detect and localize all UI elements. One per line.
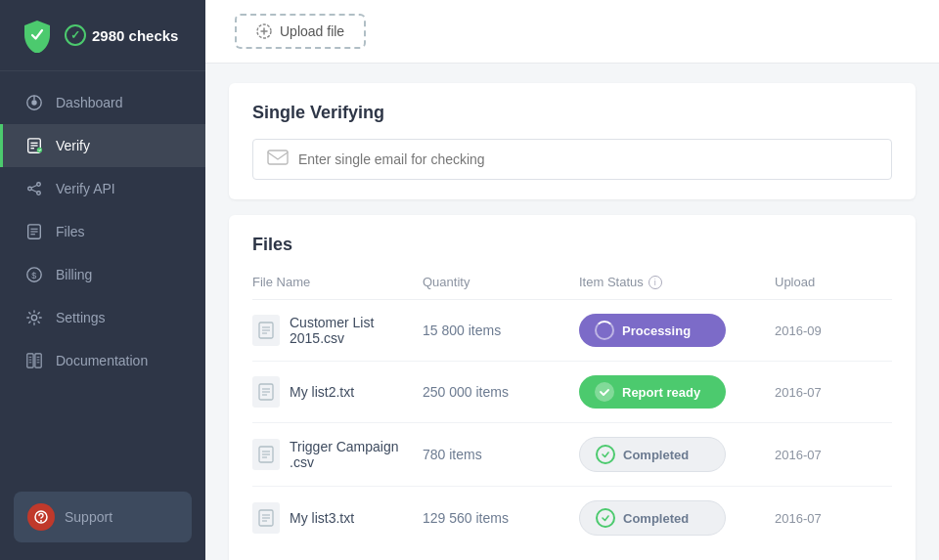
quantity-cell: 250 000 items xyxy=(423,384,579,400)
status-completed-badge: Completed xyxy=(579,437,726,472)
file-name-text: My list3.txt xyxy=(290,510,354,526)
file-name-cell: My list2.txt xyxy=(252,376,423,408)
status-cell: Completed xyxy=(579,500,775,536)
top-bar: Upload file xyxy=(205,0,939,64)
status-report-ready-badge: Report ready xyxy=(579,375,726,409)
dashboard-icon xyxy=(24,93,44,112)
docs-icon xyxy=(24,351,44,370)
upload-date-cell: 2016-07 xyxy=(775,511,892,526)
table-row: My list2.txt 250 000 items Report ready … xyxy=(252,362,892,423)
sidebar-item-dashboard[interactable]: Dashboard xyxy=(0,81,205,124)
table-header: File Name Quantity Item Status i Upload xyxy=(252,269,892,300)
files-label: Files xyxy=(56,224,85,239)
dashboard-label: Dashboard xyxy=(56,95,123,110)
svg-rect-33 xyxy=(268,151,288,164)
svg-rect-20 xyxy=(27,354,33,367)
api-icon xyxy=(24,179,44,198)
file-icon xyxy=(252,376,280,408)
file-name-text: Trigger Campaign .csv xyxy=(290,439,423,470)
quantity-cell: 780 items xyxy=(423,447,579,462)
verify-api-label: Verify API xyxy=(56,181,115,196)
files-section-title: Files xyxy=(252,235,892,255)
col-upload-date-header: Upload xyxy=(775,275,892,289)
quantity-cell: 15 800 items xyxy=(423,323,579,338)
sidebar-item-files[interactable]: Files xyxy=(0,210,205,253)
email-envelope-icon xyxy=(267,150,289,169)
file-name-cell: My list3.txt xyxy=(252,502,423,534)
support-button[interactable]: Support xyxy=(14,492,192,542)
sidebar-item-documentation[interactable]: Documentation xyxy=(0,339,205,382)
svg-point-10 xyxy=(37,192,41,195)
sidebar-item-billing[interactable]: $ Billing xyxy=(0,253,205,296)
settings-label: Settings xyxy=(56,310,106,325)
col-item-status-header: Item Status i xyxy=(579,275,775,289)
nav-menu: Dashboard Verify Verify API Files $ xyxy=(0,71,205,482)
table-row: Trigger Campaign .csv 780 items Complete… xyxy=(252,423,892,487)
upload-date-cell: 2016-07 xyxy=(775,385,892,400)
svg-line-11 xyxy=(31,185,36,188)
checks-label: 2980 checks xyxy=(92,27,178,44)
checks-counter: ✓ 2980 checks xyxy=(65,24,178,46)
verify-label: Verify xyxy=(56,138,90,153)
svg-point-29 xyxy=(40,520,42,522)
single-verify-section: Single Verifying xyxy=(229,83,916,199)
completed-check-icon xyxy=(596,445,615,464)
settings-icon xyxy=(24,308,44,327)
status-completed-badge: Completed xyxy=(579,500,726,536)
single-verify-title: Single Verifying xyxy=(252,103,892,123)
file-name-cell: Customer List 2015.csv xyxy=(252,315,423,346)
content-area: Single Verifying Files File Name Quantit… xyxy=(205,64,939,560)
svg-point-8 xyxy=(28,187,32,191)
upload-date-cell: 2016-09 xyxy=(775,323,892,338)
file-name-cell: Trigger Campaign .csv xyxy=(252,439,423,470)
sidebar: ✓ 2980 checks Dashboard Verify Verify AP… xyxy=(0,0,205,560)
col-file-name-header: File Name xyxy=(252,275,423,289)
upload-date-cell: 2016-07 xyxy=(775,448,892,462)
checks-circle-icon: ✓ xyxy=(65,24,86,46)
support-label: Support xyxy=(65,509,112,525)
billing-label: Billing xyxy=(56,267,92,282)
documentation-label: Documentation xyxy=(56,353,148,368)
files-section: Files File Name Quantity Item Status i U… xyxy=(229,215,916,560)
shield-logo-icon xyxy=(20,18,55,53)
status-cell: Completed xyxy=(579,437,775,472)
email-input-wrap[interactable] xyxy=(252,139,892,180)
completed-check-icon xyxy=(596,508,615,528)
svg-rect-21 xyxy=(35,354,41,367)
support-icon xyxy=(27,503,55,531)
svg-text:$: $ xyxy=(31,271,36,280)
file-icon xyxy=(252,502,280,534)
sidebar-item-verify[interactable]: Verify xyxy=(0,124,205,167)
table-row: My list3.txt 129 560 items Completed 201… xyxy=(252,487,892,549)
svg-point-1 xyxy=(31,100,36,105)
sidebar-item-settings[interactable]: Settings xyxy=(0,296,205,339)
upload-file-label: Upload file xyxy=(280,23,344,39)
main-content: Upload file Single Verifying Files Fil xyxy=(205,0,939,560)
email-input[interactable] xyxy=(298,151,877,167)
files-icon xyxy=(24,222,44,241)
svg-point-9 xyxy=(37,183,41,187)
item-status-info-icon[interactable]: i xyxy=(648,276,662,289)
table-row: Customer List 2015.csv 15 800 items Proc… xyxy=(252,300,892,362)
file-name-text: Customer List 2015.csv xyxy=(290,315,423,346)
sidebar-item-verify-api[interactable]: Verify API xyxy=(0,167,205,210)
svg-line-12 xyxy=(31,190,36,193)
status-processing-badge: Processing xyxy=(579,314,726,347)
status-cell: Report ready xyxy=(579,375,775,409)
upload-icon xyxy=(256,23,272,39)
billing-icon: $ xyxy=(24,265,44,284)
sidebar-header: ✓ 2980 checks xyxy=(0,0,205,71)
file-icon xyxy=(252,439,280,470)
file-name-text: My list2.txt xyxy=(290,384,354,400)
col-quantity-header: Quantity xyxy=(423,275,579,289)
upload-file-button[interactable]: Upload file xyxy=(235,14,366,49)
report-ready-check-icon xyxy=(595,382,614,402)
svg-point-19 xyxy=(31,315,36,320)
verify-icon xyxy=(24,136,44,155)
quantity-cell: 129 560 items xyxy=(423,510,579,526)
processing-spinner-icon xyxy=(595,321,614,340)
file-icon xyxy=(252,315,280,346)
status-cell: Processing xyxy=(579,314,775,347)
